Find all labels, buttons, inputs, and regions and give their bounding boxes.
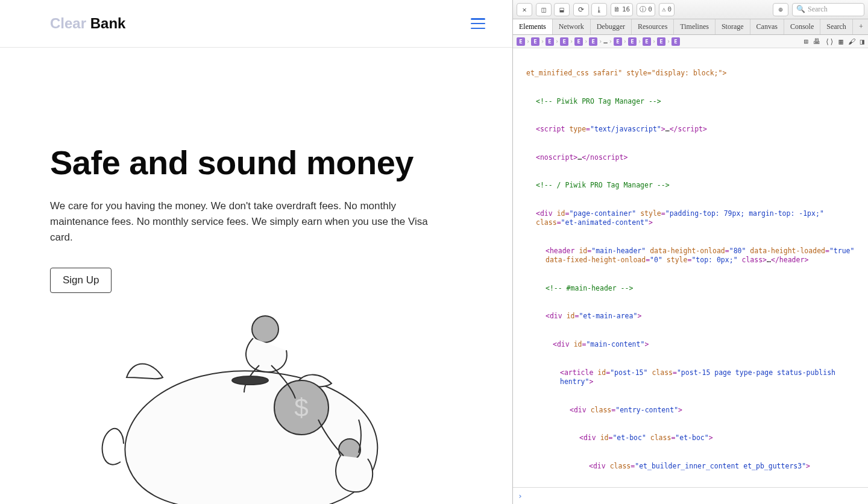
tab-add-button[interactable]: + [853,19,868,34]
devtools-panel: ✕ ◫ ⬓ ⟳ ⭳ 🗎 16 ⓘ 0 ⚠ 0 ⊕ 🔍 Search Elemen… [512,0,868,504]
reload-button[interactable]: ⟳ [573,3,589,16]
tab-storage[interactable]: Storage [715,19,750,34]
tab-debugger[interactable]: Debugger [591,19,632,34]
svg-point-4 [232,376,268,385]
breadcrumb-node[interactable]: E [643,37,651,46]
logo-bank: Bank [86,15,125,31]
breadcrumb-node[interactable]: E [614,37,622,46]
document-count[interactable]: 🗎 16 [611,3,633,16]
breadcrumb-node[interactable]: E [589,37,597,46]
sidebar-icon[interactable]: ◨ [860,37,864,46]
dock-side-button[interactable]: ◫ [536,3,552,16]
tab-elements[interactable]: Elements [513,19,553,34]
hamburger-menu-icon[interactable] [471,18,485,29]
breadcrumb-node[interactable]: E [546,37,554,46]
tab-network[interactable]: Network [553,19,591,34]
devtools-search-input[interactable]: 🔍 Search [792,3,864,16]
tab-resources[interactable]: Resources [632,19,674,34]
warning-count[interactable]: ⚠ 0 [659,3,675,16]
grid-icon[interactable]: ▦ [839,37,843,46]
devtools-tabs: Elements Network Debugger Resources Time… [513,19,868,35]
paint-icon[interactable]: 🖌 [848,37,855,46]
site-logo[interactable]: Clear Bank [50,15,125,32]
breadcrumb-node[interactable]: E [671,37,680,46]
info-count[interactable]: ⓘ 0 [637,3,655,16]
breadcrumb-node[interactable]: E [517,37,525,46]
print-icon[interactable]: 🖶 [813,37,820,46]
logo-clear: Clear [50,15,86,31]
code-icon[interactable]: ⟨⟩ [825,37,834,46]
tab-timelines[interactable]: Timelines [674,19,715,34]
svg-point-2 [252,316,278,342]
breadcrumb-node[interactable]: E [657,37,665,46]
dock-bottom-button[interactable]: ⬓ [554,3,570,16]
tab-console[interactable]: Console [784,19,820,34]
svg-text:$: $ [294,394,308,422]
site-header: Clear Bank [0,0,512,48]
inspect-element-button[interactable]: ⊕ [773,3,788,16]
tab-canvas[interactable]: Canvas [750,19,784,34]
sign-up-button[interactable]: Sign Up [50,268,112,293]
dom-tree[interactable]: et_minified_css safari" style="display: … [513,48,868,487]
piggy-bank-illustration: $ [90,293,428,504]
hero-section: Safe and sound money We care for you hav… [0,48,512,293]
breadcrumb-node[interactable]: E [560,37,568,46]
console-prompt[interactable]: › [513,487,868,504]
devtools-toolbar: ✕ ◫ ⬓ ⟳ ⭳ 🗎 16 ⓘ 0 ⚠ 0 ⊕ 🔍 Search [513,0,868,19]
download-button[interactable]: ⭳ [591,3,607,16]
website-preview: Clear Bank Safe and sound money We care … [0,0,512,504]
breadcrumb-node[interactable]: E [574,37,583,46]
hero-body: We care for you having the money. We don… [50,198,448,246]
tab-search[interactable]: Search [820,19,853,34]
breadcrumb-node[interactable]: E [531,37,539,46]
breadcrumb-node[interactable]: E [628,37,637,46]
close-devtools-button[interactable]: ✕ [517,3,532,16]
hero-title: Safe and sound money [50,144,464,181]
breadcrumb-ellipsis[interactable]: … [603,37,608,45]
dom-breadcrumb: E› E› E› E› E› E› …› E› E› E› E› E ⊞ 🖶 ⟨… [513,35,868,48]
layout-icon[interactable]: ⊞ [804,37,808,46]
